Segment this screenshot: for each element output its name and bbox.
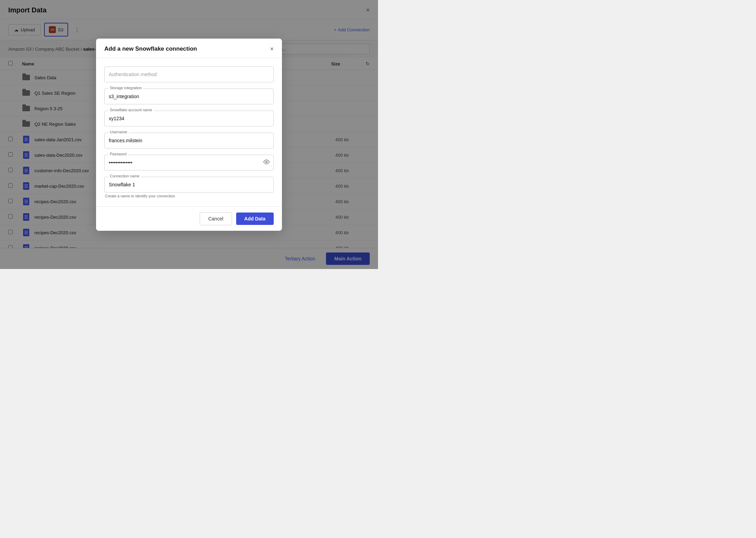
- connection-name-input[interactable]: [104, 177, 274, 193]
- modal-header: Add a new Snowflake connection ×: [96, 39, 282, 58]
- modal-close-button[interactable]: ×: [270, 46, 274, 52]
- auth-method-select[interactable]: Authentication method Username/Password …: [104, 66, 274, 82]
- svg-point-0: [266, 161, 267, 163]
- username-input[interactable]: [104, 133, 274, 148]
- storage-integration-field: Storage integration: [104, 89, 274, 104]
- username-field: Username: [104, 133, 274, 148]
- add-data-button[interactable]: Add Data: [236, 213, 274, 225]
- modal-body: Authentication method Username/Password …: [96, 58, 282, 206]
- connection-name-hint: Create a name to identify your connectio…: [104, 194, 274, 198]
- auth-method-field: Authentication method Username/Password …: [104, 66, 274, 82]
- password-input[interactable]: [104, 155, 274, 170]
- username-label: Username: [108, 130, 129, 134]
- app-window: Import Data × ☁ Upload S3 S3 ⋮ + Add Con…: [0, 0, 378, 269]
- modal-dialog: Add a new Snowflake connection × Authent…: [96, 39, 282, 231]
- password-wrapper: [104, 155, 274, 170]
- storage-integration-input[interactable]: [104, 89, 274, 104]
- eye-icon: [263, 159, 270, 165]
- password-field: Password: [104, 155, 274, 170]
- password-toggle-button[interactable]: [263, 159, 270, 166]
- account-name-label: Snowflake account name: [108, 108, 154, 112]
- connection-name-field: Connection name Create a name to identif…: [104, 177, 274, 198]
- cancel-button[interactable]: Cancel: [200, 212, 232, 225]
- password-label: Password: [108, 152, 128, 156]
- account-name-input[interactable]: [104, 111, 274, 126]
- modal-footer: Cancel Add Data: [96, 206, 282, 231]
- modal-title: Add a new Snowflake connection: [104, 45, 197, 52]
- connection-name-label: Connection name: [108, 174, 141, 178]
- storage-integration-label: Storage integration: [108, 86, 143, 90]
- account-name-field: Snowflake account name: [104, 111, 274, 126]
- modal-overlay: Add a new Snowflake connection × Authent…: [0, 0, 378, 269]
